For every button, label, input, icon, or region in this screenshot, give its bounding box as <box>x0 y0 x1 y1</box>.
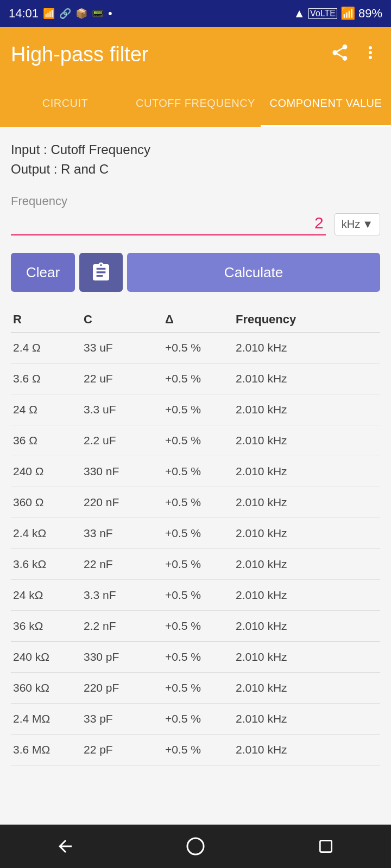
table-cell-1-2: +0.5 % <box>163 363 234 394</box>
table-cell-12-3: 2.010 kHz <box>234 704 380 735</box>
status-left: 14:01 📶 🔗 📦 📟 • <box>9 7 112 21</box>
clear-button[interactable]: Clear <box>11 253 75 292</box>
signal-icon: 📶 <box>43 8 55 20</box>
table-cell-3-0: 36 Ω <box>11 425 81 456</box>
unit-value: kHz <box>342 218 360 231</box>
table-cell-12-1: 33 pF <box>81 704 163 735</box>
frequency-input[interactable] <box>11 212 326 235</box>
table-cell-10-2: +0.5 % <box>163 642 234 673</box>
nav-bar <box>0 825 391 868</box>
home-button[interactable] <box>174 825 217 868</box>
svg-rect-1 <box>320 840 331 852</box>
table-cell-10-1: 330 pF <box>81 642 163 673</box>
table-cell-0-3: 2.010 kHz <box>234 333 380 363</box>
table-row: 360 kΩ220 pF+0.5 %2.010 kHz <box>11 673 380 704</box>
tab-circuit[interactable]: CIRCUIT <box>0 81 130 127</box>
table-cell-3-1: 2.2 uF <box>81 425 163 456</box>
table-row: 240 kΩ330 pF+0.5 %2.010 kHz <box>11 642 380 673</box>
table-cell-12-2: +0.5 % <box>163 704 234 735</box>
table-cell-6-0: 2.4 kΩ <box>11 518 81 549</box>
col-header-delta: Δ <box>163 307 234 333</box>
paste-button[interactable] <box>79 253 123 292</box>
unit-selector[interactable]: kHz ▼ <box>335 213 380 235</box>
table-row: 2.4 MΩ33 pF+0.5 %2.010 kHz <box>11 704 380 735</box>
volte-icon: VoLTE <box>308 8 337 19</box>
input-line2: Output : R and C <box>11 159 380 179</box>
table-cell-6-1: 33 nF <box>81 518 163 549</box>
tab-component-value[interactable]: COMPONENT VALUE <box>261 81 391 127</box>
table-row: 360 Ω220 nF+0.5 %2.010 kHz <box>11 487 380 518</box>
table-row: 3.6 kΩ22 nF+0.5 %2.010 kHz <box>11 549 380 580</box>
wifi-icon: ▲ <box>293 7 305 21</box>
table-cell-10-0: 240 kΩ <box>11 642 81 673</box>
table-cell-8-0: 24 kΩ <box>11 580 81 611</box>
table-cell-4-2: +0.5 % <box>163 456 234 487</box>
table-cell-7-2: +0.5 % <box>163 549 234 580</box>
table-cell-9-2: +0.5 % <box>163 611 234 642</box>
recents-button[interactable] <box>304 825 348 868</box>
table-cell-11-1: 220 pF <box>81 673 163 704</box>
table-cell-6-3: 2.010 kHz <box>234 518 380 549</box>
table-row: 3.6 Ω22 uF+0.5 %2.010 kHz <box>11 363 380 394</box>
bluetooth-icon: 🔗 <box>59 8 71 20</box>
table-cell-4-0: 240 Ω <box>11 456 81 487</box>
table-cell-9-0: 36 kΩ <box>11 611 81 642</box>
tabs: CIRCUIT CUTOFF FREQUENCY COMPONENT VALUE <box>0 81 391 127</box>
table-cell-6-2: +0.5 % <box>163 518 234 549</box>
table-cell-2-1: 3.3 uF <box>81 394 163 425</box>
buttons-row: Clear Calculate <box>11 253 380 292</box>
table-cell-5-2: +0.5 % <box>163 487 234 518</box>
table-row: 2.4 Ω33 uF+0.5 %2.010 kHz <box>11 333 380 363</box>
table-row: 36 Ω2.2 uF+0.5 %2.010 kHz <box>11 425 380 456</box>
table-cell-0-1: 33 uF <box>81 333 163 363</box>
table-cell-0-0: 2.4 Ω <box>11 333 81 363</box>
status-right: ▲ VoLTE 📶 89% <box>293 7 382 21</box>
battery-display: 89% <box>358 7 382 21</box>
table-cell-1-0: 3.6 Ω <box>11 363 81 394</box>
table-row: 240 Ω330 nF+0.5 %2.010 kHz <box>11 456 380 487</box>
table-header-row: R C Δ Frequency <box>11 307 380 333</box>
table-row: 24 kΩ3.3 nF+0.5 %2.010 kHz <box>11 580 380 611</box>
calculate-button[interactable]: Calculate <box>127 253 380 292</box>
table-cell-13-3: 2.010 kHz <box>234 735 380 765</box>
menu-button[interactable] <box>361 43 380 66</box>
table-row: 3.6 MΩ22 pF+0.5 %2.010 kHz <box>11 735 380 765</box>
table-cell-9-3: 2.010 kHz <box>234 611 380 642</box>
col-header-frequency: Frequency <box>234 307 380 333</box>
table-cell-5-0: 360 Ω <box>11 487 81 518</box>
table-cell-3-2: +0.5 % <box>163 425 234 456</box>
table-cell-7-0: 3.6 kΩ <box>11 549 81 580</box>
time-display: 14:01 <box>9 7 39 21</box>
back-button[interactable] <box>43 825 87 868</box>
table-cell-1-1: 22 uF <box>81 363 163 394</box>
app-bar-actions <box>330 43 380 66</box>
table-cell-4-1: 330 nF <box>81 456 163 487</box>
table-cell-5-3: 2.010 kHz <box>234 487 380 518</box>
content: Input : Cutoff Frequency Output : R and … <box>0 127 391 825</box>
table-cell-7-1: 22 nF <box>81 549 163 580</box>
table-cell-1-3: 2.010 kHz <box>234 363 380 394</box>
table-cell-9-1: 2.2 nF <box>81 611 163 642</box>
table-cell-8-3: 2.010 kHz <box>234 580 380 611</box>
table-cell-4-3: 2.010 kHz <box>234 456 380 487</box>
frequency-input-row: Frequency kHz ▼ <box>11 194 380 235</box>
status-bar: 14:01 📶 🔗 📦 📟 • ▲ VoLTE 📶 89% <box>0 0 391 27</box>
table-cell-8-1: 3.3 nF <box>81 580 163 611</box>
table-cell-12-0: 2.4 MΩ <box>11 704 81 735</box>
svg-point-0 <box>187 838 204 854</box>
table-cell-13-2: +0.5 % <box>163 735 234 765</box>
col-header-c: C <box>81 307 163 333</box>
table-cell-11-0: 360 kΩ <box>11 673 81 704</box>
tab-cutoff-frequency[interactable]: CUTOFF FREQUENCY <box>130 81 261 127</box>
table-cell-11-3: 2.010 kHz <box>234 673 380 704</box>
table-cell-11-2: +0.5 % <box>163 673 234 704</box>
table-cell-0-2: +0.5 % <box>163 333 234 363</box>
table-cell-10-3: 2.010 kHz <box>234 642 380 673</box>
frequency-label: Frequency <box>11 194 326 208</box>
table-cell-8-2: +0.5 % <box>163 580 234 611</box>
dropdown-arrow-icon: ▼ <box>362 218 373 231</box>
results-table: R C Δ Frequency 2.4 Ω33 uF+0.5 %2.010 kH… <box>11 307 380 765</box>
share-button[interactable] <box>330 43 350 66</box>
col-header-r: R <box>11 307 81 333</box>
input-line1: Input : Cutoff Frequency <box>11 140 380 159</box>
